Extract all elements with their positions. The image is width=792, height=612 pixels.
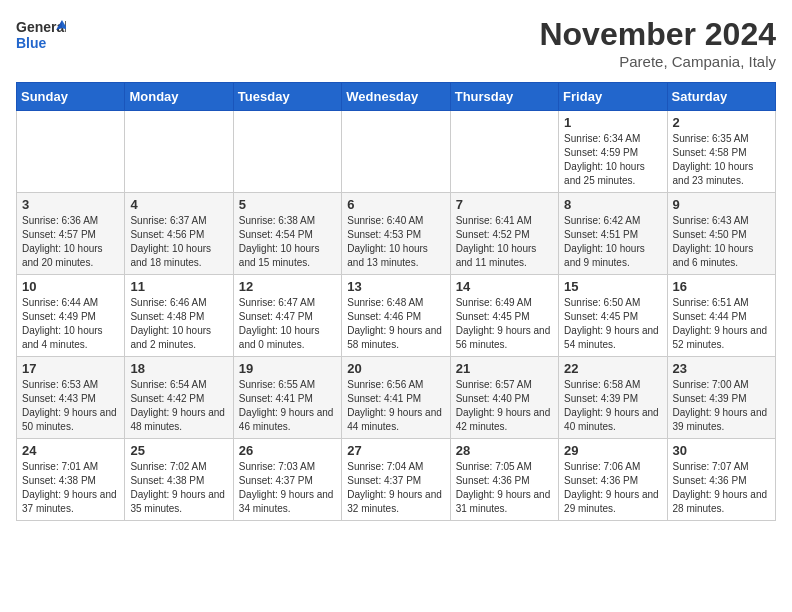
day-number: 11 <box>130 279 227 294</box>
day-number: 28 <box>456 443 553 458</box>
day-number: 12 <box>239 279 336 294</box>
day-number: 15 <box>564 279 661 294</box>
day-number: 30 <box>673 443 770 458</box>
day-info: Sunrise: 7:02 AM Sunset: 4:38 PM Dayligh… <box>130 460 227 516</box>
day-number: 21 <box>456 361 553 376</box>
calendar-cell: 28Sunrise: 7:05 AM Sunset: 4:36 PM Dayli… <box>450 439 558 521</box>
day-info: Sunrise: 6:48 AM Sunset: 4:46 PM Dayligh… <box>347 296 444 352</box>
page-header: General Blue November 2024 Parete, Campa… <box>16 16 776 70</box>
day-number: 2 <box>673 115 770 130</box>
calendar-day-header: Wednesday <box>342 83 450 111</box>
calendar-cell: 5Sunrise: 6:38 AM Sunset: 4:54 PM Daylig… <box>233 193 341 275</box>
day-info: Sunrise: 6:34 AM Sunset: 4:59 PM Dayligh… <box>564 132 661 188</box>
day-info: Sunrise: 7:01 AM Sunset: 4:38 PM Dayligh… <box>22 460 119 516</box>
day-info: Sunrise: 6:46 AM Sunset: 4:48 PM Dayligh… <box>130 296 227 352</box>
day-info: Sunrise: 6:58 AM Sunset: 4:39 PM Dayligh… <box>564 378 661 434</box>
calendar-cell: 30Sunrise: 7:07 AM Sunset: 4:36 PM Dayli… <box>667 439 775 521</box>
calendar-cell: 3Sunrise: 6:36 AM Sunset: 4:57 PM Daylig… <box>17 193 125 275</box>
day-number: 8 <box>564 197 661 212</box>
day-info: Sunrise: 6:42 AM Sunset: 4:51 PM Dayligh… <box>564 214 661 270</box>
calendar-cell: 7Sunrise: 6:41 AM Sunset: 4:52 PM Daylig… <box>450 193 558 275</box>
calendar-cell: 26Sunrise: 7:03 AM Sunset: 4:37 PM Dayli… <box>233 439 341 521</box>
day-number: 29 <box>564 443 661 458</box>
calendar-cell <box>342 111 450 193</box>
day-info: Sunrise: 6:36 AM Sunset: 4:57 PM Dayligh… <box>22 214 119 270</box>
calendar-cell: 11Sunrise: 6:46 AM Sunset: 4:48 PM Dayli… <box>125 275 233 357</box>
day-number: 9 <box>673 197 770 212</box>
day-number: 3 <box>22 197 119 212</box>
day-number: 19 <box>239 361 336 376</box>
day-number: 17 <box>22 361 119 376</box>
day-info: Sunrise: 6:35 AM Sunset: 4:58 PM Dayligh… <box>673 132 770 188</box>
day-info: Sunrise: 6:51 AM Sunset: 4:44 PM Dayligh… <box>673 296 770 352</box>
calendar-cell: 1Sunrise: 6:34 AM Sunset: 4:59 PM Daylig… <box>559 111 667 193</box>
day-info: Sunrise: 6:50 AM Sunset: 4:45 PM Dayligh… <box>564 296 661 352</box>
day-number: 23 <box>673 361 770 376</box>
calendar-cell: 20Sunrise: 6:56 AM Sunset: 4:41 PM Dayli… <box>342 357 450 439</box>
day-info: Sunrise: 6:49 AM Sunset: 4:45 PM Dayligh… <box>456 296 553 352</box>
calendar-table: SundayMondayTuesdayWednesdayThursdayFrid… <box>16 82 776 521</box>
day-info: Sunrise: 6:53 AM Sunset: 4:43 PM Dayligh… <box>22 378 119 434</box>
day-info: Sunrise: 7:03 AM Sunset: 4:37 PM Dayligh… <box>239 460 336 516</box>
calendar-day-header: Tuesday <box>233 83 341 111</box>
calendar-cell <box>450 111 558 193</box>
day-number: 7 <box>456 197 553 212</box>
calendar-cell <box>17 111 125 193</box>
day-info: Sunrise: 7:06 AM Sunset: 4:36 PM Dayligh… <box>564 460 661 516</box>
calendar-cell: 8Sunrise: 6:42 AM Sunset: 4:51 PM Daylig… <box>559 193 667 275</box>
day-info: Sunrise: 6:44 AM Sunset: 4:49 PM Dayligh… <box>22 296 119 352</box>
calendar-day-header: Saturday <box>667 83 775 111</box>
calendar-cell: 6Sunrise: 6:40 AM Sunset: 4:53 PM Daylig… <box>342 193 450 275</box>
day-info: Sunrise: 7:05 AM Sunset: 4:36 PM Dayligh… <box>456 460 553 516</box>
calendar-cell: 25Sunrise: 7:02 AM Sunset: 4:38 PM Dayli… <box>125 439 233 521</box>
logo-svg: General Blue <box>16 16 66 60</box>
calendar-week-row: 3Sunrise: 6:36 AM Sunset: 4:57 PM Daylig… <box>17 193 776 275</box>
day-info: Sunrise: 6:41 AM Sunset: 4:52 PM Dayligh… <box>456 214 553 270</box>
calendar-cell: 14Sunrise: 6:49 AM Sunset: 4:45 PM Dayli… <box>450 275 558 357</box>
calendar-cell: 9Sunrise: 6:43 AM Sunset: 4:50 PM Daylig… <box>667 193 775 275</box>
svg-text:Blue: Blue <box>16 35 47 51</box>
month-title: November 2024 <box>539 16 776 53</box>
day-number: 5 <box>239 197 336 212</box>
day-info: Sunrise: 6:54 AM Sunset: 4:42 PM Dayligh… <box>130 378 227 434</box>
day-number: 16 <box>673 279 770 294</box>
calendar-cell: 10Sunrise: 6:44 AM Sunset: 4:49 PM Dayli… <box>17 275 125 357</box>
day-number: 22 <box>564 361 661 376</box>
calendar-day-header: Thursday <box>450 83 558 111</box>
calendar-cell: 21Sunrise: 6:57 AM Sunset: 4:40 PM Dayli… <box>450 357 558 439</box>
calendar-cell: 2Sunrise: 6:35 AM Sunset: 4:58 PM Daylig… <box>667 111 775 193</box>
day-info: Sunrise: 7:07 AM Sunset: 4:36 PM Dayligh… <box>673 460 770 516</box>
day-info: Sunrise: 6:47 AM Sunset: 4:47 PM Dayligh… <box>239 296 336 352</box>
calendar-cell: 27Sunrise: 7:04 AM Sunset: 4:37 PM Dayli… <box>342 439 450 521</box>
calendar-header-row: SundayMondayTuesdayWednesdayThursdayFrid… <box>17 83 776 111</box>
calendar-cell: 24Sunrise: 7:01 AM Sunset: 4:38 PM Dayli… <box>17 439 125 521</box>
calendar-day-header: Friday <box>559 83 667 111</box>
day-number: 14 <box>456 279 553 294</box>
calendar-cell <box>233 111 341 193</box>
day-number: 24 <box>22 443 119 458</box>
calendar-week-row: 10Sunrise: 6:44 AM Sunset: 4:49 PM Dayli… <box>17 275 776 357</box>
day-info: Sunrise: 6:56 AM Sunset: 4:41 PM Dayligh… <box>347 378 444 434</box>
calendar-cell: 19Sunrise: 6:55 AM Sunset: 4:41 PM Dayli… <box>233 357 341 439</box>
calendar-week-row: 24Sunrise: 7:01 AM Sunset: 4:38 PM Dayli… <box>17 439 776 521</box>
day-info: Sunrise: 6:40 AM Sunset: 4:53 PM Dayligh… <box>347 214 444 270</box>
location: Parete, Campania, Italy <box>539 53 776 70</box>
day-info: Sunrise: 6:43 AM Sunset: 4:50 PM Dayligh… <box>673 214 770 270</box>
calendar-week-row: 17Sunrise: 6:53 AM Sunset: 4:43 PM Dayli… <box>17 357 776 439</box>
day-number: 13 <box>347 279 444 294</box>
calendar-day-header: Sunday <box>17 83 125 111</box>
day-info: Sunrise: 7:00 AM Sunset: 4:39 PM Dayligh… <box>673 378 770 434</box>
day-info: Sunrise: 7:04 AM Sunset: 4:37 PM Dayligh… <box>347 460 444 516</box>
day-info: Sunrise: 6:38 AM Sunset: 4:54 PM Dayligh… <box>239 214 336 270</box>
logo[interactable]: General Blue <box>16 16 66 60</box>
day-number: 10 <box>22 279 119 294</box>
calendar-cell: 18Sunrise: 6:54 AM Sunset: 4:42 PM Dayli… <box>125 357 233 439</box>
day-number: 6 <box>347 197 444 212</box>
day-number: 4 <box>130 197 227 212</box>
calendar-cell: 22Sunrise: 6:58 AM Sunset: 4:39 PM Dayli… <box>559 357 667 439</box>
calendar-cell: 17Sunrise: 6:53 AM Sunset: 4:43 PM Dayli… <box>17 357 125 439</box>
day-number: 27 <box>347 443 444 458</box>
day-number: 1 <box>564 115 661 130</box>
calendar-cell: 16Sunrise: 6:51 AM Sunset: 4:44 PM Dayli… <box>667 275 775 357</box>
day-info: Sunrise: 6:55 AM Sunset: 4:41 PM Dayligh… <box>239 378 336 434</box>
